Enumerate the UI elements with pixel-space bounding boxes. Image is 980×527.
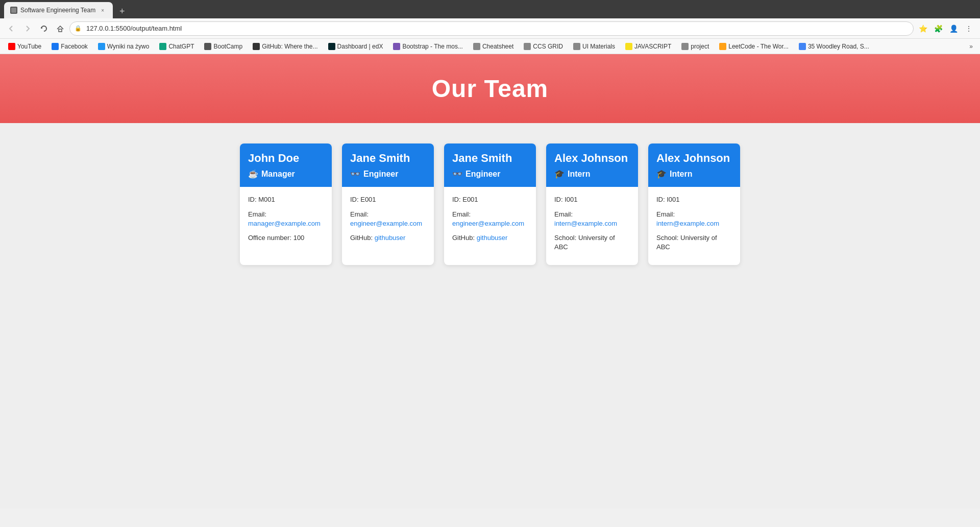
profile-button[interactable]: 👤 bbox=[946, 21, 961, 36]
engineer-icon-2: 👓 bbox=[452, 169, 462, 179]
active-tab[interactable]: Software Engineering Team × bbox=[4, 2, 113, 18]
new-tab-button[interactable]: + bbox=[115, 4, 129, 18]
bookmark-youtube[interactable]: YouTube bbox=[4, 42, 45, 51]
bookmarks-more-button[interactable]: » bbox=[966, 42, 976, 51]
team-container: John Doe ☕ Manager ID: M001 Email: manag… bbox=[0, 123, 980, 285]
card-email-link-alex-johnson-2[interactable]: intern@example.com bbox=[656, 220, 719, 227]
project-favicon bbox=[681, 43, 689, 50]
card-email-link-jane-smith-2[interactable]: engineer@example.com bbox=[452, 220, 524, 227]
bookmark-uimaterials[interactable]: UI Materials bbox=[569, 42, 619, 51]
menu-button[interactable]: ⋮ bbox=[962, 21, 976, 36]
github-favicon bbox=[253, 43, 260, 50]
page-title: Our Team bbox=[10, 75, 970, 103]
card-role-alex-johnson-2: 🎓 Intern bbox=[656, 169, 732, 179]
bookmark-woodley[interactable]: 35 Woodley Road, S... bbox=[795, 42, 873, 51]
forward-button[interactable] bbox=[20, 21, 35, 36]
card-header-jane-smith-2: Jane Smith 👓 Engineer bbox=[444, 143, 536, 187]
facebook-favicon bbox=[52, 43, 59, 50]
team-card-john-doe: John Doe ☕ Manager ID: M001 Email: manag… bbox=[240, 143, 332, 265]
card-email-label-alex-johnson-2: Email: bbox=[656, 210, 675, 218]
home-button[interactable] bbox=[53, 21, 67, 36]
extension-button[interactable]: 🧩 bbox=[931, 21, 945, 36]
card-github-jane-smith-2: GitHub: githubuser bbox=[452, 233, 528, 243]
manager-icon: ☕ bbox=[248, 169, 258, 179]
bookmark-github[interactable]: GitHub: Where the... bbox=[249, 42, 322, 51]
bookmark-woodley-label: 35 Woodley Road, S... bbox=[808, 43, 869, 50]
team-card-alex-johnson-2: Alex Johnson 🎓 Intern ID: I001 Email: in… bbox=[648, 143, 740, 265]
bookmark-leetcode-label: LeetCode - The Wor... bbox=[728, 43, 789, 50]
bookmark-facebook[interactable]: Facebook bbox=[47, 42, 92, 51]
card-email-label-alex-johnson-1: Email: bbox=[554, 210, 573, 218]
leetcode-favicon bbox=[719, 43, 726, 50]
card-email-link-alex-johnson-1[interactable]: intern@example.com bbox=[554, 220, 617, 227]
card-extra-label-john-doe: Office number: bbox=[248, 234, 291, 242]
svg-rect-1 bbox=[59, 29, 62, 32]
bookmark-github-label: GitHub: Where the... bbox=[262, 43, 317, 50]
bookmark-chatgpt[interactable]: ChatGPT bbox=[155, 42, 198, 51]
bookmark-facebook-label: Facebook bbox=[61, 43, 88, 50]
card-body-alex-johnson-2: ID: I001 Email: intern@example.com Schoo… bbox=[648, 187, 740, 265]
card-name-alex-johnson-1: Alex Johnson bbox=[554, 152, 630, 165]
cssgrid-favicon bbox=[524, 43, 531, 50]
page-header: Our Team bbox=[0, 54, 980, 123]
card-github-label-jane-smith-1: GitHub: bbox=[350, 234, 373, 242]
bookmark-wyniki[interactable]: Wyniki na żywo bbox=[94, 42, 154, 51]
card-github-link-jane-smith-1[interactable]: githubuser bbox=[375, 234, 406, 242]
card-header-alex-johnson-1: Alex Johnson 🎓 Intern bbox=[546, 143, 638, 187]
card-email-label-jane-smith-2: Email: bbox=[452, 210, 471, 218]
svg-rect-0 bbox=[11, 8, 16, 13]
bookmarks-bar: YouTube Facebook Wyniki na żywo ChatGPT … bbox=[0, 39, 980, 54]
card-id-value-alex-johnson-1: ID: I001 bbox=[554, 196, 578, 203]
bookmark-leetcode[interactable]: LeetCode - The Wor... bbox=[715, 42, 793, 51]
team-card-jane-smith-2: Jane Smith 👓 Engineer ID: E001 Email: en… bbox=[444, 143, 536, 265]
card-school-alex-johnson-1: School: University of ABC bbox=[554, 233, 630, 252]
card-body-jane-smith-1: ID: E001 Email: engineer@example.com Git… bbox=[342, 187, 434, 256]
card-header-jane-smith-1: Jane Smith 👓 Engineer bbox=[342, 143, 434, 187]
card-email-jane-smith-1: Email: engineer@example.com bbox=[350, 210, 426, 228]
refresh-button[interactable] bbox=[37, 21, 51, 36]
card-email-link-john-doe[interactable]: manager@example.com bbox=[248, 220, 321, 227]
javascript-favicon bbox=[625, 43, 632, 50]
bookmark-chatgpt-label: ChatGPT bbox=[168, 43, 194, 50]
bookmark-youtube-label: YouTube bbox=[17, 43, 41, 50]
card-header-alex-johnson-2: Alex Johnson 🎓 Intern bbox=[648, 143, 740, 187]
bookmark-edx[interactable]: Dashboard | edX bbox=[324, 42, 387, 51]
bookmark-bootstrap[interactable]: Bootstrap - The mos... bbox=[389, 42, 467, 51]
card-role-label-alex-johnson-1: Intern bbox=[568, 170, 590, 179]
engineer-icon-1: 👓 bbox=[350, 169, 360, 179]
browser-chrome: Software Engineering Team × + 🔒 ⭐ 🧩 👤 ⋮ bbox=[0, 0, 980, 54]
bookmark-wyniki-label: Wyniki na żywo bbox=[107, 43, 150, 50]
star-button[interactable]: ⭐ bbox=[916, 21, 930, 36]
card-email-alex-johnson-1: Email: intern@example.com bbox=[554, 210, 630, 228]
page-content: Our Team John Doe ☕ Manager ID: M001 Ema… bbox=[0, 54, 980, 509]
card-role-alex-johnson-1: 🎓 Intern bbox=[554, 169, 630, 179]
tab-title: Software Engineering Team bbox=[20, 7, 95, 14]
card-id-value-john-doe: ID: M001 bbox=[248, 196, 275, 203]
tab-bar: Software Engineering Team × + bbox=[0, 0, 980, 18]
woodley-favicon bbox=[799, 43, 806, 50]
intern-icon-2: 🎓 bbox=[656, 169, 667, 179]
card-github-jane-smith-1: GitHub: githubuser bbox=[350, 233, 426, 243]
card-name-john-doe: John Doe bbox=[248, 152, 324, 165]
address-bar-container: 🔒 bbox=[69, 21, 914, 36]
bookmark-javascript[interactable]: JAVASCRIPT bbox=[621, 42, 675, 51]
tab-close-button[interactable]: × bbox=[99, 6, 107, 14]
card-id-value-jane-smith-1: ID: E001 bbox=[350, 196, 376, 203]
card-id-john-doe: ID: M001 bbox=[248, 195, 324, 204]
bookmark-uimaterials-label: UI Materials bbox=[582, 43, 615, 50]
card-email-link-jane-smith-1[interactable]: engineer@example.com bbox=[350, 220, 422, 227]
card-id-value-jane-smith-2: ID: E001 bbox=[452, 196, 478, 203]
bootstrap-favicon bbox=[393, 43, 400, 50]
bookmark-javascript-label: JAVASCRIPT bbox=[634, 43, 671, 50]
card-extra-value-john-doe: 100 bbox=[293, 234, 305, 242]
bookmark-cssgrid[interactable]: CCS GRID bbox=[520, 42, 567, 51]
card-email-label-jane-smith-1: Email: bbox=[350, 210, 369, 218]
bookmark-project[interactable]: project bbox=[677, 42, 713, 51]
card-id-value-alex-johnson-2: ID: I001 bbox=[656, 196, 680, 203]
address-bar[interactable] bbox=[69, 21, 914, 36]
back-button[interactable] bbox=[4, 21, 18, 36]
card-github-link-jane-smith-2[interactable]: githubuser bbox=[477, 234, 508, 242]
bookmark-bootcamp[interactable]: BootCamp bbox=[200, 42, 247, 51]
bookmark-cheatsheet[interactable]: Cheatsheet bbox=[469, 42, 518, 51]
card-school-label-alex-johnson-2: School: bbox=[656, 234, 678, 242]
